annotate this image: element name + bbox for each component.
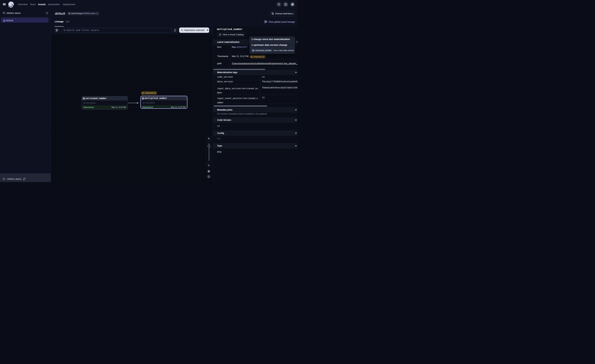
- svg-text:?: ?: [285, 3, 286, 5]
